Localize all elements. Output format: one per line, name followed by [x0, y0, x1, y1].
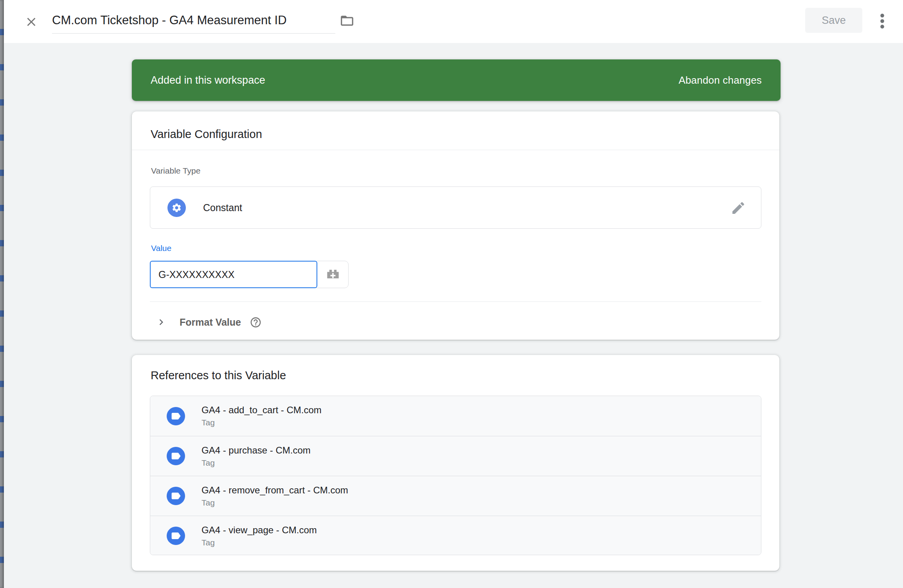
reference-name: GA4 - view_page - CM.com: [201, 525, 317, 536]
folder-icon[interactable]: [340, 13, 354, 28]
reference-type: Tag: [201, 538, 317, 547]
reference-name: GA4 - remove_from_cart - CM.com: [201, 485, 348, 496]
references-card: References to this Variable GA4 - add_to…: [132, 355, 779, 571]
pencil-icon[interactable]: [730, 200, 746, 216]
value-field-row: [150, 261, 349, 288]
variable-configuration-card: Variable Configuration Variable Type Con…: [132, 111, 779, 340]
variable-picker-button[interactable]: [313, 261, 349, 288]
reference-name: GA4 - add_to_cart - CM.com: [201, 405, 322, 416]
reference-type: Tag: [201, 458, 311, 468]
gear-icon: [167, 199, 186, 217]
reference-type: Tag: [201, 418, 322, 427]
reference-texts: GA4 - add_to_cart - CM.com Tag: [201, 405, 322, 427]
divider: [150, 301, 761, 302]
reference-name: GA4 - purchase - CM.com: [201, 445, 311, 456]
gtm-variable-editor: CM.com Ticketshop - GA4 Measurement ID S…: [0, 0, 903, 588]
reference-texts: GA4 - remove_from_cart - CM.com Tag: [201, 485, 348, 507]
variable-type-label: Variable Type: [151, 166, 200, 176]
reference-row[interactable]: GA4 - remove_from_cart - CM.com Tag: [150, 476, 761, 516]
card-title: References to this Variable: [151, 369, 286, 382]
tag-icon: [167, 407, 185, 425]
value-label: Value: [151, 244, 171, 253]
top-bar: CM.com Ticketshop - GA4 Measurement ID S…: [4, 0, 903, 43]
reference-row[interactable]: GA4 - view_page - CM.com Tag: [150, 516, 761, 555]
reference-texts: GA4 - purchase - CM.com Tag: [201, 445, 311, 468]
format-value-label: Format Value: [180, 317, 241, 328]
variable-type-value: Constant: [203, 202, 242, 213]
value-input[interactable]: [150, 261, 317, 288]
chevron-right-icon: [155, 316, 167, 328]
reference-row[interactable]: GA4 - purchase - CM.com Tag: [150, 436, 761, 476]
format-value-expander[interactable]: Format Value: [155, 313, 262, 331]
tag-icon: [167, 447, 185, 465]
tag-icon: [167, 527, 185, 545]
reference-texts: GA4 - view_page - CM.com Tag: [201, 525, 317, 547]
variable-name-field[interactable]: CM.com Ticketshop - GA4 Measurement ID: [52, 9, 335, 34]
references-list: GA4 - add_to_cart - CM.com Tag GA4 - pur…: [150, 396, 761, 555]
save-button[interactable]: Save: [805, 8, 862, 33]
help-icon[interactable]: [250, 316, 262, 328]
variable-type-box: Constant: [150, 186, 761, 229]
abandon-changes-link[interactable]: Abandon changes: [678, 74, 762, 86]
brick-plus-icon: [324, 265, 342, 284]
card-title: Variable Configuration: [151, 128, 262, 141]
workspace-status-banner: Added in this workspace Abandon changes: [132, 59, 781, 101]
reference-type: Tag: [201, 498, 348, 507]
workspace-status-text: Added in this workspace: [151, 74, 265, 86]
more-vert-icon[interactable]: [876, 11, 889, 31]
divider: [132, 150, 779, 150]
close-icon[interactable]: [24, 15, 38, 29]
dimmed-background-page: [0, 0, 4, 588]
tag-icon: [167, 487, 185, 505]
reference-row[interactable]: GA4 - add_to_cart - CM.com Tag: [150, 396, 761, 436]
